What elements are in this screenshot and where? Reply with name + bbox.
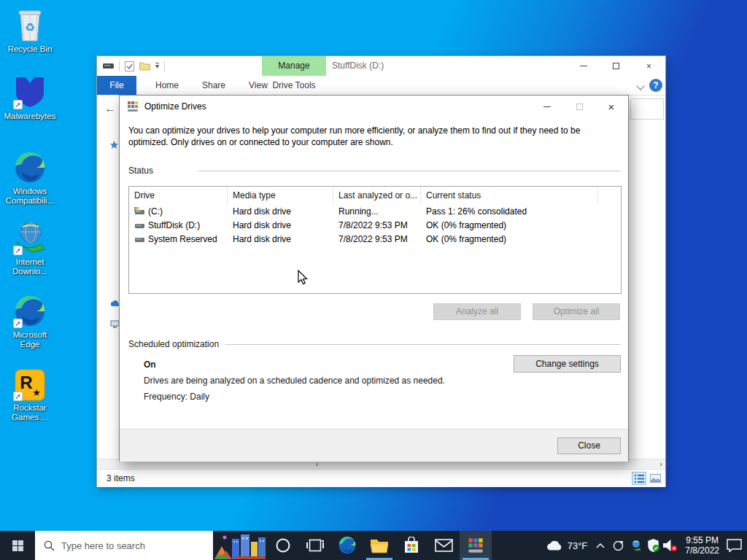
meet-now-icon[interactable] bbox=[609, 531, 627, 560]
help-icon[interactable]: ? bbox=[649, 79, 662, 92]
desktop-icon-recycle-bin[interactable]: ♻ Recycle Bin bbox=[1, 6, 58, 54]
cortana-button[interactable] bbox=[267, 531, 299, 560]
tab-drive-tools[interactable]: Drive Tools bbox=[262, 76, 326, 95]
analyze-all-button[interactable]: Analyze all bbox=[433, 303, 521, 320]
start-button[interactable] bbox=[0, 531, 35, 560]
tab-file[interactable]: File bbox=[97, 76, 136, 95]
taskbar-store-button[interactable] bbox=[395, 531, 427, 560]
desktop-icon-windows-compatibility[interactable]: Windows Compatibili... bbox=[1, 148, 58, 206]
temperature-label[interactable]: 73°F bbox=[568, 540, 588, 551]
edge-icon bbox=[1, 148, 58, 184]
optimize-drives-icon bbox=[468, 537, 484, 553]
explorer-search-input[interactable] bbox=[630, 98, 664, 120]
search-highlights-button[interactable] bbox=[213, 531, 267, 560]
idm-tray-icon[interactable] bbox=[627, 531, 644, 560]
search-placeholder: Type here to search bbox=[61, 540, 145, 551]
scheduled-optimization-group-label: Scheduled optimization bbox=[128, 339, 219, 349]
dialog-description: You can optimize your drives to help you… bbox=[128, 125, 606, 148]
back-button[interactable]: ← bbox=[104, 102, 116, 115]
volume-muted-icon[interactable] bbox=[662, 531, 679, 560]
separator bbox=[119, 61, 120, 71]
optimize-all-button[interactable]: Optimize all bbox=[533, 303, 620, 320]
desktop-icon-label: Microsoft Edge bbox=[1, 330, 58, 349]
clock-time: 9:55 PM bbox=[685, 535, 719, 545]
edge-icon bbox=[338, 536, 357, 555]
details-view-button[interactable] bbox=[632, 472, 646, 485]
column-header-current-status[interactable]: Current status bbox=[421, 187, 598, 204]
maximize-button[interactable] bbox=[600, 56, 632, 76]
scheduled-state: On bbox=[144, 359, 156, 370]
tab-home[interactable]: Home bbox=[144, 76, 190, 95]
column-header-drive[interactable]: Drive bbox=[129, 187, 228, 204]
mail-icon bbox=[435, 539, 453, 552]
system-drive-icon bbox=[134, 207, 144, 215]
desktop-icon-label: Internet Downlo... bbox=[1, 257, 58, 276]
ribbon-tabs: File Home Share View Drive Tools ? bbox=[97, 76, 665, 96]
desktop: ♻ Recycle Bin ➚ Malwarebytes Win bbox=[0, 0, 747, 560]
manage-contextual-tab[interactable]: Manage bbox=[262, 56, 326, 76]
taskbar-search-input[interactable]: Type here to search bbox=[35, 531, 213, 560]
quick-access-nav-icon[interactable] bbox=[110, 141, 118, 149]
new-folder-icon[interactable] bbox=[139, 61, 150, 71]
divider bbox=[225, 344, 621, 345]
separator bbox=[164, 61, 165, 71]
windows-logo-icon bbox=[12, 540, 23, 551]
cortana-icon bbox=[275, 537, 291, 553]
dialog-titlebar[interactable]: Optimize Drives × bbox=[120, 96, 628, 117]
svg-text:♻: ♻ bbox=[25, 21, 35, 34]
svg-text:★: ★ bbox=[32, 387, 41, 398]
quick-access-toolbar: ▾ bbox=[97, 61, 165, 71]
maximize-button-disabled bbox=[563, 96, 595, 117]
change-settings-button[interactable]: Change settings bbox=[514, 355, 621, 373]
table-row[interactable]: System Reserved Hard disk drive 7/8/2022… bbox=[129, 232, 621, 246]
minimize-button[interactable] bbox=[567, 56, 600, 76]
column-header-media-type[interactable]: Media type bbox=[228, 187, 333, 204]
taskbar-mail-button[interactable] bbox=[427, 531, 460, 560]
malwarebytes-icon: ➚ bbox=[1, 73, 58, 109]
svg-text:R: R bbox=[20, 373, 32, 392]
desktop-icon-label: Windows Compatibili... bbox=[1, 187, 58, 206]
minimize-button[interactable] bbox=[531, 96, 563, 117]
desktop-icon-malwarebytes[interactable]: ➚ Malwarebytes bbox=[1, 73, 58, 121]
scheduled-description: Drives are being analyzed on a scheduled… bbox=[144, 376, 445, 386]
close-button[interactable]: × bbox=[632, 56, 665, 76]
properties-icon[interactable] bbox=[125, 61, 134, 71]
explorer-status-bar: 3 items bbox=[97, 469, 665, 487]
tab-share[interactable]: Share bbox=[190, 76, 237, 95]
taskbar-optimize-drives-button[interactable] bbox=[460, 531, 492, 560]
thumbnail-view-button[interactable] bbox=[648, 472, 662, 485]
mouse-cursor bbox=[298, 270, 309, 286]
taskbar-file-explorer-button[interactable] bbox=[363, 531, 395, 560]
qat-dropdown-icon[interactable]: ▾ bbox=[155, 63, 159, 69]
task-view-button[interactable] bbox=[299, 531, 331, 560]
edge-icon: ➚ bbox=[1, 292, 58, 328]
collapse-ribbon-icon[interactable] bbox=[636, 82, 644, 90]
task-view-icon bbox=[306, 538, 324, 553]
optimize-drives-icon bbox=[127, 101, 139, 112]
recycle-bin-icon: ♻ bbox=[1, 6, 58, 42]
scheduled-frequency: Frequency: Daily bbox=[144, 392, 209, 402]
explorer-titlebar[interactable]: ▾ Manage StuffDisk (D:) × bbox=[97, 56, 665, 76]
action-center-icon[interactable] bbox=[725, 531, 743, 560]
drives-list[interactable]: Drive Media type Last analyzed or o... C… bbox=[128, 186, 622, 294]
tray-expand-chevron-icon[interactable] bbox=[592, 531, 609, 560]
desktop-icon-internet-download-manager[interactable]: ➚ Internet Downlo... bbox=[1, 219, 58, 276]
dialog-footer: Close bbox=[120, 429, 628, 462]
desktop-icon-microsoft-edge[interactable]: ➚ Microsoft Edge bbox=[1, 292, 58, 349]
taskbar-clock[interactable]: 9:55 PM 7/8/2022 bbox=[685, 535, 719, 556]
list-header: Drive Media type Last analyzed or o... C… bbox=[129, 187, 621, 204]
shortcut-arrow-icon: ➚ bbox=[13, 100, 23, 109]
scroll-right-icon[interactable]: › bbox=[659, 459, 662, 468]
table-row[interactable]: (C:) Hard disk drive Running... Pass 1: … bbox=[129, 204, 621, 218]
close-icon[interactable]: × bbox=[595, 96, 627, 117]
clock-date: 7/8/2022 bbox=[685, 545, 719, 556]
column-header-last-analyzed[interactable]: Last analyzed or o... bbox=[333, 187, 421, 204]
close-button[interactable]: Close bbox=[557, 438, 621, 454]
desktop-icon-rockstar-games[interactable]: R ★ ➚ Rockstar Games ... bbox=[1, 365, 58, 422]
table-row[interactable]: StuffDisk (D:) Hard disk drive 7/8/2022 … bbox=[129, 218, 621, 232]
taskbar-edge-button[interactable] bbox=[331, 531, 363, 560]
defender-shield-icon[interactable] bbox=[644, 531, 662, 560]
weather-cloud-icon[interactable] bbox=[546, 531, 563, 560]
drive-icon[interactable] bbox=[103, 63, 114, 69]
shortcut-arrow-icon: ➚ bbox=[13, 319, 23, 328]
